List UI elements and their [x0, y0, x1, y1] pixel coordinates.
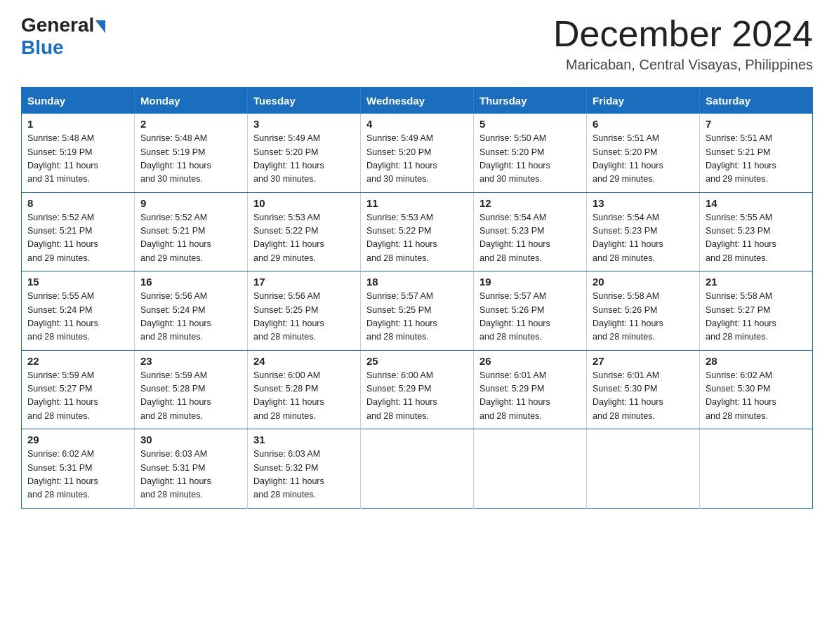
day-number: 19	[479, 276, 581, 288]
day-number: 21	[706, 276, 807, 288]
day-info: Sunrise: 6:01 AMSunset: 5:29 PMDaylight:…	[479, 369, 581, 424]
day-info: Sunrise: 5:52 AMSunset: 5:21 PMDaylight:…	[27, 211, 128, 266]
day-number: 26	[479, 355, 581, 367]
calendar-cell: 7Sunrise: 5:51 AMSunset: 5:21 PMDaylight…	[700, 114, 813, 192]
calendar-cell: 23Sunrise: 5:59 AMSunset: 5:28 PMDayligh…	[135, 350, 248, 429]
location-text: Maricaban, Central Visayas, Philippines	[553, 57, 813, 73]
month-title: December 2024	[553, 14, 813, 54]
calendar-week-3: 15Sunrise: 5:55 AMSunset: 5:24 PMDayligh…	[22, 271, 813, 351]
day-info: Sunrise: 5:54 AMSunset: 5:23 PMDaylight:…	[479, 211, 581, 266]
day-info: Sunrise: 5:50 AMSunset: 5:20 PMDaylight:…	[479, 132, 581, 187]
weekday-header-saturday: Saturday	[700, 88, 813, 114]
calendar-cell: 9Sunrise: 5:52 AMSunset: 5:21 PMDaylight…	[135, 192, 248, 271]
weekday-header-monday: Monday	[135, 88, 248, 114]
day-info: Sunrise: 5:53 AMSunset: 5:22 PMDaylight:…	[366, 211, 468, 266]
calendar-cell: 11Sunrise: 5:53 AMSunset: 5:22 PMDayligh…	[361, 192, 474, 271]
calendar-cell: 28Sunrise: 6:02 AMSunset: 5:30 PMDayligh…	[700, 350, 813, 429]
day-number: 16	[140, 276, 241, 288]
day-info: Sunrise: 6:01 AMSunset: 5:30 PMDaylight:…	[593, 369, 694, 424]
calendar-cell: 27Sunrise: 6:01 AMSunset: 5:30 PMDayligh…	[587, 350, 700, 429]
day-info: Sunrise: 6:02 AMSunset: 5:31 PMDaylight:…	[27, 448, 128, 502]
calendar-cell: 18Sunrise: 5:57 AMSunset: 5:25 PMDayligh…	[361, 271, 474, 351]
calendar-week-2: 8Sunrise: 5:52 AMSunset: 5:21 PMDaylight…	[22, 192, 813, 271]
calendar-week-1: 1Sunrise: 5:48 AMSunset: 5:19 PMDaylight…	[22, 114, 813, 192]
calendar-cell: 10Sunrise: 5:53 AMSunset: 5:22 PMDayligh…	[248, 192, 361, 271]
title-section: December 2024 Maricaban, Central Visayas…	[553, 14, 813, 73]
day-number: 29	[27, 434, 128, 445]
calendar-cell: 5Sunrise: 5:50 AMSunset: 5:20 PMDaylight…	[474, 114, 587, 192]
logo-arrow-icon	[95, 20, 105, 33]
day-info: Sunrise: 5:51 AMSunset: 5:21 PMDaylight:…	[706, 132, 807, 187]
calendar-cell: 22Sunrise: 5:59 AMSunset: 5:27 PMDayligh…	[22, 350, 135, 429]
day-number: 6	[593, 118, 694, 130]
day-number: 4	[366, 118, 468, 130]
day-info: Sunrise: 5:59 AMSunset: 5:27 PMDaylight:…	[27, 369, 128, 424]
day-info: Sunrise: 5:57 AMSunset: 5:25 PMDaylight:…	[366, 290, 468, 344]
calendar-cell: 24Sunrise: 6:00 AMSunset: 5:28 PMDayligh…	[248, 350, 361, 429]
calendar-cell: 12Sunrise: 5:54 AMSunset: 5:23 PMDayligh…	[474, 192, 587, 271]
page-header: General Blue December 2024 Maricaban, Ce…	[21, 14, 813, 73]
logo-blue-text: Blue	[21, 36, 64, 59]
day-number: 30	[140, 434, 241, 445]
day-info: Sunrise: 5:52 AMSunset: 5:21 PMDaylight:…	[140, 211, 241, 266]
calendar-cell: 8Sunrise: 5:52 AMSunset: 5:21 PMDaylight…	[22, 192, 135, 271]
day-info: Sunrise: 5:58 AMSunset: 5:27 PMDaylight:…	[706, 290, 807, 344]
day-number: 8	[27, 197, 128, 209]
calendar-cell: 19Sunrise: 5:57 AMSunset: 5:26 PMDayligh…	[474, 271, 587, 351]
day-info: Sunrise: 5:49 AMSunset: 5:20 PMDaylight:…	[253, 132, 355, 187]
day-info: Sunrise: 5:53 AMSunset: 5:22 PMDaylight:…	[253, 211, 355, 266]
day-number: 15	[27, 276, 128, 288]
day-number: 24	[253, 355, 355, 367]
day-number: 23	[140, 355, 241, 367]
calendar-cell	[700, 429, 813, 509]
day-number: 3	[253, 118, 355, 130]
day-info: Sunrise: 5:54 AMSunset: 5:23 PMDaylight:…	[593, 211, 694, 266]
day-number: 14	[706, 197, 807, 209]
day-number: 2	[140, 118, 241, 130]
calendar-cell: 3Sunrise: 5:49 AMSunset: 5:20 PMDaylight…	[248, 114, 361, 192]
weekday-header-friday: Friday	[587, 88, 700, 114]
day-info: Sunrise: 5:49 AMSunset: 5:20 PMDaylight:…	[366, 132, 468, 187]
calendar-cell	[587, 429, 700, 509]
day-number: 9	[140, 197, 241, 209]
day-number: 11	[366, 197, 468, 209]
day-number: 5	[479, 118, 581, 130]
calendar-cell: 20Sunrise: 5:58 AMSunset: 5:26 PMDayligh…	[587, 271, 700, 351]
day-number: 22	[27, 355, 128, 367]
weekday-header-wednesday: Wednesday	[361, 88, 474, 114]
day-info: Sunrise: 5:51 AMSunset: 5:20 PMDaylight:…	[593, 132, 694, 187]
day-info: Sunrise: 6:00 AMSunset: 5:28 PMDaylight:…	[253, 369, 355, 424]
weekday-header-tuesday: Tuesday	[248, 88, 361, 114]
calendar-cell: 17Sunrise: 5:56 AMSunset: 5:25 PMDayligh…	[248, 271, 361, 351]
calendar-cell: 30Sunrise: 6:03 AMSunset: 5:31 PMDayligh…	[135, 429, 248, 509]
calendar-cell: 13Sunrise: 5:54 AMSunset: 5:23 PMDayligh…	[587, 192, 700, 271]
day-info: Sunrise: 6:02 AMSunset: 5:30 PMDaylight:…	[706, 369, 807, 424]
day-number: 1	[27, 118, 128, 130]
calendar-cell: 16Sunrise: 5:56 AMSunset: 5:24 PMDayligh…	[135, 271, 248, 351]
day-info: Sunrise: 6:03 AMSunset: 5:31 PMDaylight:…	[140, 448, 241, 502]
day-number: 20	[593, 276, 694, 288]
day-number: 18	[366, 276, 468, 288]
day-info: Sunrise: 5:59 AMSunset: 5:28 PMDaylight:…	[140, 369, 241, 424]
day-number: 31	[253, 434, 355, 445]
day-info: Sunrise: 5:48 AMSunset: 5:19 PMDaylight:…	[27, 132, 128, 187]
day-number: 7	[706, 118, 807, 130]
calendar-cell: 31Sunrise: 6:03 AMSunset: 5:32 PMDayligh…	[248, 429, 361, 509]
calendar-cell: 6Sunrise: 5:51 AMSunset: 5:20 PMDaylight…	[587, 114, 700, 192]
calendar-cell	[361, 429, 474, 509]
weekday-header-row: SundayMondayTuesdayWednesdayThursdayFrid…	[22, 88, 813, 114]
calendar-cell: 2Sunrise: 5:48 AMSunset: 5:19 PMDaylight…	[135, 114, 248, 192]
weekday-header-thursday: Thursday	[474, 88, 587, 114]
day-number: 25	[366, 355, 468, 367]
calendar-week-4: 22Sunrise: 5:59 AMSunset: 5:27 PMDayligh…	[22, 350, 813, 429]
calendar-cell: 26Sunrise: 6:01 AMSunset: 5:29 PMDayligh…	[474, 350, 587, 429]
day-number: 27	[593, 355, 694, 367]
day-info: Sunrise: 6:00 AMSunset: 5:29 PMDaylight:…	[366, 369, 468, 424]
day-info: Sunrise: 5:55 AMSunset: 5:23 PMDaylight:…	[706, 211, 807, 266]
calendar-cell: 1Sunrise: 5:48 AMSunset: 5:19 PMDaylight…	[22, 114, 135, 192]
calendar-cell: 15Sunrise: 5:55 AMSunset: 5:24 PMDayligh…	[22, 271, 135, 351]
calendar-cell: 21Sunrise: 5:58 AMSunset: 5:27 PMDayligh…	[700, 271, 813, 351]
calendar-cell	[474, 429, 587, 509]
day-number: 17	[253, 276, 355, 288]
calendar-week-5: 29Sunrise: 6:02 AMSunset: 5:31 PMDayligh…	[22, 429, 813, 509]
